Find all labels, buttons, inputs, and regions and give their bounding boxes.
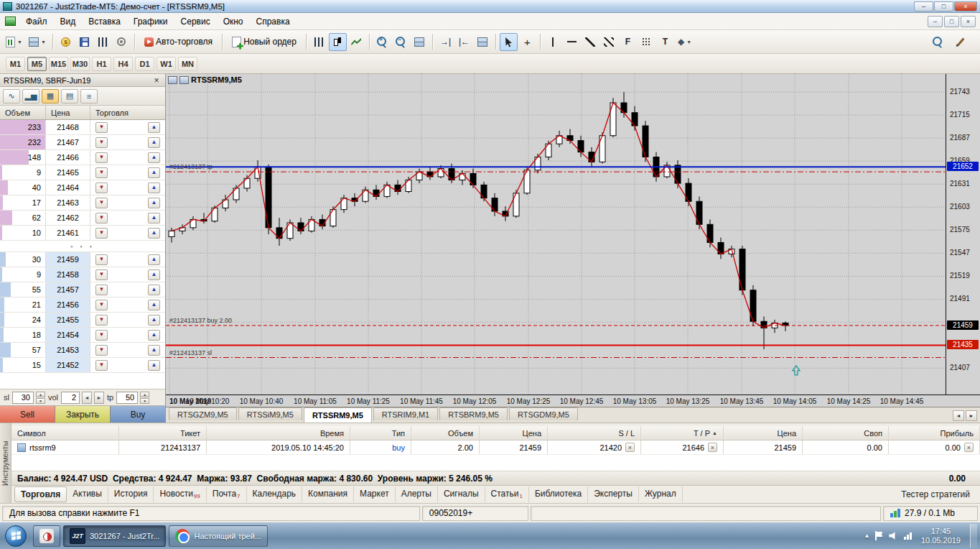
- sell-at-price-button[interactable]: ▼: [95, 315, 108, 326]
- sell-at-price-button[interactable]: ▼: [95, 269, 108, 280]
- menu-insert[interactable]: Вставка: [82, 14, 127, 29]
- buy-at-price-button[interactable]: ▲: [148, 345, 160, 356]
- chart-tab-rtssim9-m5[interactable]: RTSSiM9,M5: [238, 407, 302, 420]
- menu-help[interactable]: Справка: [250, 14, 297, 29]
- chart-tab-rtsrim9-m1[interactable]: RTSRIM9,M1: [373, 407, 438, 420]
- buy-at-price-button[interactable]: ▲: [148, 152, 160, 163]
- toolbox-tab-library[interactable]: Библиотека: [529, 486, 588, 502]
- sl-up-button[interactable]: ▲: [36, 392, 45, 397]
- profiles-button[interactable]: ▼: [26, 33, 49, 51]
- sell-at-price-button[interactable]: ▼: [95, 345, 108, 356]
- auto-trading-button[interactable]: Авто-торговля: [139, 33, 218, 51]
- chart-tab-rtsgzm9-m5[interactable]: RTSGZM9,M5: [169, 407, 237, 420]
- dom-price-cell[interactable]: 21456: [46, 297, 90, 312]
- menu-file[interactable]: Файл: [19, 14, 54, 29]
- buy-at-price-button[interactable]: ▲: [148, 315, 160, 326]
- timeframe-m1[interactable]: M1: [6, 57, 25, 71]
- strategy-tester-label[interactable]: Тестер стратегий: [901, 489, 977, 499]
- buy-at-price-button[interactable]: ▲: [148, 300, 160, 310]
- sell-at-price-button[interactable]: ▼: [95, 137, 108, 148]
- dom-price-cell[interactable]: 21463: [46, 195, 90, 210]
- cursor-button[interactable]: [500, 33, 518, 51]
- sell-at-price-button[interactable]: ▼: [95, 254, 108, 265]
- timeframe-mn[interactable]: MN: [178, 57, 197, 71]
- dom-table-view-button[interactable]: ▦: [42, 89, 59, 103]
- dom-price-cell[interactable]: 21466: [46, 150, 90, 165]
- grid-objects-button[interactable]: [638, 33, 655, 51]
- sell-button[interactable]: Sell: [0, 406, 55, 423]
- maximize-button[interactable]: □: [934, 1, 953, 11]
- tp-up-button[interactable]: ▲: [140, 392, 149, 397]
- volume-increase-button[interactable]: ►: [94, 392, 104, 404]
- chart-tab-rtsbrm9-m5[interactable]: RTSBRM9,M5: [439, 407, 508, 420]
- sell-at-price-button[interactable]: ▼: [95, 152, 108, 163]
- dom-columns-button[interactable]: ▤: [61, 89, 78, 103]
- dom-price-cell[interactable]: 21468: [46, 120, 90, 134]
- timeframe-m30[interactable]: M30: [70, 57, 90, 71]
- buy-at-price-button[interactable]: ▲: [148, 285, 160, 295]
- time-axis[interactable]: 10 May 201910 May 10:2010 May 10:4010 Ma…: [166, 395, 980, 407]
- buy-at-price-button[interactable]: ▲: [148, 198, 160, 208]
- toolbox-tab-signals[interactable]: Сигналы: [438, 486, 485, 502]
- candlestick-chart-button[interactable]: [329, 33, 347, 51]
- dom-price-cell[interactable]: 21455: [46, 313, 90, 327]
- remove-tp-button[interactable]: ×: [708, 443, 717, 452]
- dom-close-icon[interactable]: ×: [151, 75, 162, 86]
- dom-price-cell[interactable]: 21464: [46, 180, 90, 195]
- buy-at-price-button[interactable]: ▲: [148, 183, 160, 193]
- toolbox-tab-history[interactable]: История: [108, 486, 154, 502]
- toolbox-tab-mail[interactable]: Почта7: [207, 486, 247, 502]
- sell-at-price-button[interactable]: ▼: [95, 360, 108, 371]
- dom-price-cell[interactable]: 21465: [46, 165, 90, 180]
- dom-histogram-view-button[interactable]: ▂▅: [22, 89, 39, 103]
- trade-column-header-2[interactable]: Тикет: [119, 426, 207, 440]
- toolbox-tab-articles[interactable]: Статьи1: [485, 486, 529, 502]
- menu-service[interactable]: Сервис: [174, 14, 217, 29]
- search-button[interactable]: [928, 33, 946, 51]
- buy-at-price-button[interactable]: ▲: [148, 330, 160, 341]
- sl-input[interactable]: 30: [12, 392, 34, 404]
- chart-tab-rtsgdm9-m5[interactable]: RTSGDM9,M5: [509, 407, 578, 420]
- toolbox-tab-market[interactable]: Маркет: [354, 486, 396, 502]
- new-order-button[interactable]: Новый ордер: [226, 33, 302, 51]
- dom-price-cell[interactable]: 21452: [46, 358, 90, 372]
- timeframe-h4[interactable]: H4: [113, 57, 133, 71]
- hidden-icons-button[interactable]: ▲: [864, 532, 870, 539]
- shapes-button[interactable]: ◆▼: [675, 33, 694, 51]
- dom-price-cell[interactable]: 21454: [46, 328, 90, 342]
- zoom-in-button[interactable]: +: [373, 33, 391, 51]
- remove-sl-button[interactable]: ×: [625, 443, 635, 452]
- timeframe-m15[interactable]: M15: [49, 57, 68, 71]
- dom-price-cell[interactable]: 21458: [46, 267, 90, 282]
- text-label-button[interactable]: T: [656, 33, 674, 51]
- chart-plot-area[interactable]: RTSSRM9,M5 #212413137 tp#212413137 buy 2…: [166, 74, 946, 395]
- toolbox-tab-journal[interactable]: Журнал: [639, 486, 683, 502]
- menu-view[interactable]: Вид: [54, 14, 83, 29]
- timeframe-w1[interactable]: W1: [157, 57, 176, 71]
- sell-at-price-button[interactable]: ▼: [95, 300, 108, 310]
- toolbox-tab-alerts[interactable]: Алерты: [396, 486, 438, 502]
- toolbox-tab-assets[interactable]: Активы: [67, 486, 108, 502]
- sell-at-price-button[interactable]: ▼: [95, 285, 108, 295]
- edit-button[interactable]: [952, 33, 970, 51]
- trade-column-header-3[interactable]: Время: [207, 426, 350, 440]
- toolbox-vertical-label[interactable]: Инструменты: [0, 423, 11, 503]
- indicator-windows-button[interactable]: [474, 33, 492, 51]
- buy-at-price-button[interactable]: ▲: [148, 122, 160, 133]
- sell-at-price-button[interactable]: ▼: [95, 167, 108, 178]
- sell-at-price-button[interactable]: ▼: [95, 330, 108, 341]
- dom-price-header[interactable]: Цена: [46, 106, 90, 119]
- close-position-button[interactable]: Закрыть: [55, 406, 111, 423]
- mdi-restore-button[interactable]: □: [944, 16, 959, 27]
- sell-at-price-button[interactable]: ▼: [95, 183, 108, 193]
- sell-at-price-button[interactable]: ▼: [95, 213, 108, 223]
- dom-price-cell[interactable]: 21467: [46, 135, 90, 149]
- price-scale[interactable]: 2174321715216872165921631216032157521547…: [946, 74, 980, 395]
- trade-column-header-10[interactable]: Своп: [803, 426, 889, 440]
- timeframe-h1[interactable]: H1: [92, 57, 111, 71]
- close-button[interactable]: ×: [954, 1, 977, 11]
- toolbox-tab-company[interactable]: Компания: [302, 486, 354, 502]
- chart-depth-icon[interactable]: [179, 76, 189, 84]
- chart-quick-trade-icon[interactable]: [168, 76, 177, 84]
- auto-scroll-button[interactable]: →|: [437, 33, 454, 51]
